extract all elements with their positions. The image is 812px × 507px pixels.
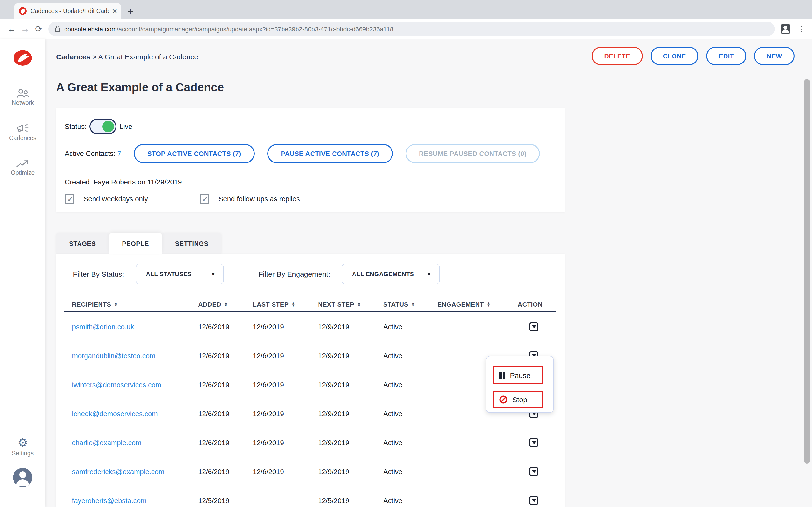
column-header-action: ACTION: [518, 300, 556, 308]
status-cell: Active: [383, 381, 438, 388]
row-action-menu-icon[interactable]: [529, 467, 539, 476]
recipient-link[interactable]: psmith@orion.co.uk: [72, 323, 198, 331]
last-step-cell: 12/6/2019: [253, 410, 318, 417]
table-row: iwinters@demoservices.com 12/6/2019 12/6…: [64, 370, 556, 399]
status-cell: Active: [383, 468, 438, 475]
tab-people[interactable]: PEOPLE: [109, 233, 162, 254]
column-header-next-step[interactable]: NEXT STEP▲▼: [318, 300, 383, 308]
active-contacts-count: 7: [117, 150, 121, 157]
added-cell: 12/6/2019: [198, 410, 253, 417]
trend-icon: [16, 159, 30, 168]
row-action-menu-icon[interactable]: [529, 322, 539, 331]
engagement-filter-dropdown[interactable]: ALL ENGAGEMENTS ▼: [342, 264, 440, 284]
filter-by-status-label: Filter By Status:: [73, 270, 124, 278]
url-host: console.ebsta.com: [64, 25, 117, 33]
chevron-down-icon: ▼: [427, 271, 432, 277]
page-scrollbar-thumb[interactable]: [804, 79, 810, 463]
send-weekdays-only-checkbox[interactable]: [65, 194, 74, 204]
delete-button[interactable]: DELETE: [592, 47, 643, 65]
last-step-cell: 12/6/2019: [253, 352, 318, 359]
pause-icon: [499, 372, 505, 379]
browser-chrome: Cadences - Update/Edit Caden ✕ + ← → ⟳ c…: [0, 0, 812, 39]
popup-pause-item[interactable]: Pause: [494, 366, 543, 384]
tab-stages[interactable]: STAGES: [56, 233, 109, 254]
table-row: morgandublin@testco.com 12/6/2019 12/6/2…: [64, 341, 556, 370]
gear-icon: ⚙: [17, 436, 28, 449]
next-step-cell: 12/5/2019: [318, 497, 383, 504]
row-action-menu-icon[interactable]: [529, 438, 539, 447]
url-bar[interactable]: console.ebsta.com/account/campaignmanage…: [48, 22, 775, 36]
sort-icon: ▲▼: [224, 302, 227, 306]
sort-icon: ▲▼: [411, 302, 415, 306]
table-row: samfredericks@example.com 12/6/2019 12/6…: [64, 457, 556, 486]
next-step-cell: 12/9/2019: [318, 410, 383, 417]
tab-settings[interactable]: SETTINGS: [162, 233, 221, 254]
back-icon[interactable]: ←: [5, 24, 18, 34]
added-cell: 12/6/2019: [198, 323, 253, 331]
column-header-status[interactable]: STATUS▲▼: [383, 300, 438, 308]
stop-active-contacts-button[interactable]: STOP ACTIVE CONTACTS (7): [134, 144, 255, 163]
browser-menu-icon[interactable]: ⋮: [798, 24, 805, 33]
recipient-link[interactable]: morgandublin@testco.com: [72, 352, 198, 359]
browser-tab[interactable]: Cadences - Update/Edit Caden ✕: [14, 3, 121, 19]
status-toggle[interactable]: [89, 119, 116, 134]
sidebar-item-network[interactable]: Network: [0, 89, 45, 106]
breadcrumb: Cadences > A Great Example of a Cadence: [56, 53, 198, 61]
filter-by-engagement-label: Filter By Engagement:: [259, 270, 331, 278]
last-step-cell: 12/6/2019: [253, 439, 318, 446]
status-cell: Active: [383, 439, 438, 446]
recipient-link[interactable]: charlie@example.com: [72, 439, 198, 446]
sidebar-item-label: Optimize: [0, 169, 45, 176]
status-cell: Active: [383, 497, 438, 504]
close-tab-icon[interactable]: ✕: [112, 8, 117, 14]
user-avatar[interactable]: [13, 468, 33, 487]
toggle-knob: [102, 121, 114, 132]
filters-row: Filter By Status: ALL STATUSES ▼ Filter …: [73, 264, 440, 284]
clone-button[interactable]: CLONE: [651, 47, 699, 65]
pause-active-contacts-button[interactable]: PAUSE ACTIVE CONTACTS (7): [267, 144, 393, 163]
recipient-link[interactable]: iwinters@demoservices.com: [72, 381, 198, 388]
sidebar-item-label: Settings: [0, 450, 45, 457]
last-step-cell: 12/6/2019: [253, 381, 318, 388]
profile-badge-icon[interactable]: [780, 24, 790, 34]
column-header-engagement[interactable]: ENGAGEMENT▲▼: [438, 300, 518, 308]
new-tab-icon[interactable]: +: [128, 7, 133, 16]
main-content: Cadences > A Great Example of a Cadence …: [45, 39, 812, 507]
column-header-added[interactable]: ADDED▲▼: [198, 300, 253, 308]
recipient-link[interactable]: samfredericks@example.com: [72, 468, 198, 475]
recipient-link[interactable]: lcheek@demoservices.com: [72, 410, 198, 417]
column-header-last-step[interactable]: LAST STEP▲▼: [253, 300, 318, 308]
forward-icon[interactable]: →: [18, 24, 32, 34]
next-step-cell: 12/9/2019: [318, 439, 383, 446]
added-cell: 12/6/2019: [198, 381, 253, 388]
popup-stop-item[interactable]: Stop: [494, 391, 543, 408]
table-header-row: RECIPIENTS▲▼ ADDED▲▼ LAST STEP▲▼ NEXT ST…: [64, 297, 556, 313]
section-tabs: STAGES PEOPLE SETTINGS: [56, 233, 221, 254]
people-icon: [16, 89, 29, 98]
breadcrumb-cadences-link[interactable]: Cadences: [56, 53, 90, 61]
breadcrumb-current: A Great Example of a Cadence: [98, 53, 198, 61]
table-row: charlie@example.com 12/6/2019 12/6/2019 …: [64, 428, 556, 457]
url-text: console.ebsta.com/account/campaignmanage…: [64, 25, 394, 33]
sidebar-item-settings[interactable]: ⚙ Settings: [0, 437, 45, 457]
send-follow-ups-checkbox[interactable]: [200, 194, 209, 204]
last-step-cell: 12/6/2019: [253, 468, 318, 475]
column-header-recipients[interactable]: RECIPIENTS▲▼: [72, 300, 198, 308]
reload-icon[interactable]: ⟳: [32, 24, 45, 34]
next-step-cell: 12/9/2019: [318, 352, 383, 359]
resume-paused-contacts-button[interactable]: RESUME PAUSED CONTACTS (0): [406, 144, 540, 163]
recipient-link[interactable]: fayeroberts@ebsta.com: [72, 497, 198, 504]
sidebar-item-cadences[interactable]: Cadences: [0, 124, 45, 142]
status-label: Status:: [65, 123, 87, 130]
ebsta-logo[interactable]: [13, 50, 33, 66]
edit-button[interactable]: EDIT: [706, 47, 747, 65]
status-cell: Active: [383, 410, 438, 417]
sort-icon: ▲▼: [487, 302, 490, 306]
next-step-cell: 12/9/2019: [318, 323, 383, 331]
sort-icon: ▲▼: [357, 302, 361, 306]
sidebar-item-optimize[interactable]: Optimize: [0, 159, 45, 176]
row-action-menu-icon[interactable]: [529, 496, 539, 505]
url-path: /account/campaignmanager/campaigns/updat…: [117, 25, 394, 33]
new-button[interactable]: NEW: [754, 47, 795, 65]
status-filter-dropdown[interactable]: ALL STATUSES ▼: [136, 264, 224, 284]
